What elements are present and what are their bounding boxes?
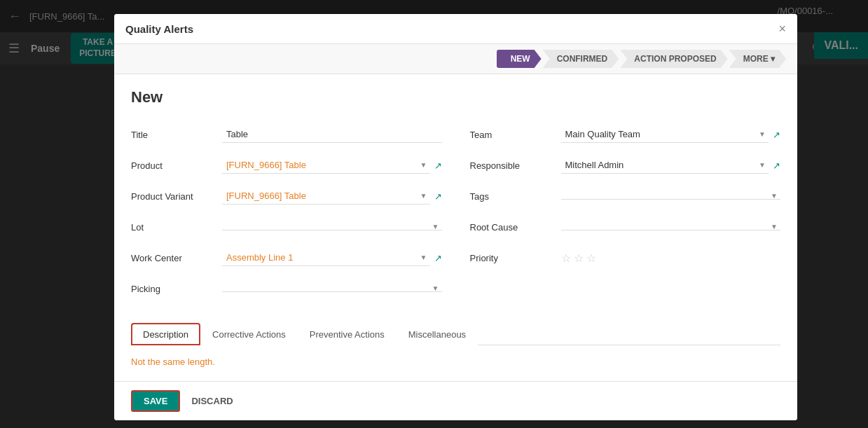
picking-dropdown-arrow: ▼ [432, 284, 439, 292]
label-root-cause: Root Cause [470, 222, 561, 233]
picking-value [222, 286, 240, 291]
title-input[interactable]: Table [222, 126, 442, 143]
status-step-more[interactable]: MORE ▾ [729, 50, 786, 68]
star-2[interactable]: ☆ [574, 251, 584, 265]
value-product: [FURN_9666] Table ▼ ↗ [222, 157, 442, 174]
work-center-select-wrapper: Assembly Line 1 ▼ [222, 249, 430, 266]
team-select-wrapper: Main Quality Team ▼ [561, 126, 769, 143]
close-button[interactable]: × [778, 22, 786, 35]
tab-description[interactable]: Description [131, 323, 200, 345]
form-row-lot: Lot ▼ [131, 216, 442, 238]
label-team: Team [470, 130, 561, 140]
status-step-confirmed[interactable]: CONFIRMED [543, 50, 619, 68]
label-tags: Tags [470, 191, 561, 202]
label-title: Title [131, 130, 222, 140]
form-row-tags: Tags ▼ [470, 185, 781, 207]
tabs: Description Corrective Actions Preventiv… [131, 322, 780, 345]
team-value: Main Quality Team [561, 126, 654, 142]
value-work-center: Assembly Line 1 ▼ ↗ [222, 249, 442, 266]
responsible-select-wrapper: Mitchell Admin ▼ [561, 157, 769, 174]
label-work-center: Work Center [131, 253, 222, 263]
product-variant-dropdown-arrow: ▼ [420, 192, 427, 200]
value-title: Table [222, 126, 442, 143]
status-bar: NEW CONFIRMED ACTION PROPOSED MORE ▾ [114, 44, 797, 74]
value-team: Main Quality Team ▼ ↗ [561, 126, 781, 143]
work-center-dropdown-arrow: ▼ [420, 254, 427, 261]
tags-dropdown-arrow: ▼ [771, 192, 778, 200]
lot-select-wrapper[interactable]: ▼ [222, 224, 442, 230]
label-lot: Lot [131, 222, 222, 233]
value-tags: ▼ [561, 193, 781, 200]
discard-button[interactable]: DISCARD [191, 396, 233, 406]
product-dropdown-arrow: ▼ [420, 161, 427, 169]
root-cause-value [561, 224, 579, 230]
team-external-link[interactable]: ↗ [773, 130, 780, 140]
product-variant-value: [FURN_9666] Table [222, 188, 320, 204]
star-1[interactable]: ☆ [561, 251, 571, 265]
root-cause-dropdown-arrow: ▼ [771, 223, 778, 230]
modal-footer: SAVE DISCARD [114, 381, 797, 420]
lot-dropdown-arrow: ▼ [432, 223, 439, 230]
tab-preventive-actions[interactable]: Preventive Actions [298, 323, 397, 345]
product-variant-select-wrapper: [FURN_9666] Table ▼ [222, 188, 430, 205]
value-product-variant: [FURN_9666] Table ▼ ↗ [222, 188, 442, 205]
form-row-product-variant: Product Variant [FURN_9666] Table ▼ ↗ [131, 185, 442, 207]
modal-title: Quality Alerts [125, 23, 193, 35]
product-variant-external-link[interactable]: ↗ [434, 191, 442, 202]
work-center-value: Assembly Line 1 [222, 249, 307, 265]
form-row-root-cause: Root Cause ▼ [470, 216, 781, 238]
product-select-wrapper: [FURN_9666] Table ▼ [222, 157, 430, 174]
label-picking: Picking [131, 284, 222, 294]
value-priority: ☆ ☆ ☆ [561, 251, 781, 265]
value-responsible: Mitchell Admin ▼ ↗ [561, 157, 781, 174]
section-title: New [131, 88, 780, 106]
form-row-work-center: Work Center Assembly Line 1 ▼ ↗ [131, 247, 442, 269]
quality-alerts-modal: Quality Alerts × NEW CONFIRMED ACTION PR… [114, 14, 797, 420]
product-external-link[interactable]: ↗ [434, 160, 442, 171]
priority-stars: ☆ ☆ ☆ [561, 251, 596, 265]
save-button[interactable]: SAVE [131, 390, 180, 412]
label-product: Product [131, 160, 222, 171]
lot-value [222, 224, 240, 230]
label-product-variant: Product Variant [131, 191, 222, 202]
form-row-team: Team Main Quality Team ▼ ↗ [470, 123, 781, 146]
form-row-priority: Priority ☆ ☆ ☆ [470, 247, 781, 269]
picking-select-wrapper[interactable]: ▼ [222, 286, 442, 292]
form-row-responsible: Responsible Mitchell Admin ▼ ↗ [470, 154, 781, 177]
form-row-picking: Picking ▼ [131, 277, 442, 300]
form-right-column: Team Main Quality Team ▼ ↗ Responsible [470, 123, 781, 308]
responsible-value: Mitchell Admin [561, 157, 638, 173]
tab-content-description: Not the same length. [131, 345, 780, 381]
form-grid: Title Table Product [FURN_9666] Table ▼ … [131, 123, 780, 308]
team-dropdown-arrow: ▼ [759, 130, 766, 138]
star-3[interactable]: ☆ [586, 251, 596, 265]
value-picking: ▼ [222, 286, 442, 292]
root-cause-select-wrapper[interactable]: ▼ [561, 224, 781, 230]
modal-body: New Title Table Product [FURN_9666] Ta [114, 74, 797, 381]
tab-corrective-actions[interactable]: Corrective Actions [200, 323, 298, 345]
work-center-external-link[interactable]: ↗ [434, 253, 442, 263]
responsible-external-link[interactable]: ↗ [773, 160, 780, 171]
responsible-dropdown-arrow: ▼ [759, 161, 766, 169]
status-step-new[interactable]: NEW [497, 50, 542, 68]
label-responsible: Responsible [470, 160, 561, 171]
tags-value [561, 193, 579, 199]
form-left-column: Title Table Product [FURN_9666] Table ▼ … [131, 123, 442, 308]
value-lot: ▼ [222, 224, 442, 230]
description-text: Not the same length. [131, 357, 215, 367]
status-step-action-proposed[interactable]: ACTION PROPOSED [620, 50, 727, 68]
form-row-product: Product [FURN_9666] Table ▼ ↗ [131, 154, 442, 177]
value-root-cause: ▼ [561, 224, 781, 230]
label-priority: Priority [470, 253, 561, 263]
tab-miscellaneous[interactable]: Miscellaneous [397, 323, 478, 345]
form-row-title: Title Table [131, 123, 442, 146]
modal-header: Quality Alerts × [114, 14, 797, 44]
product-value: [FURN_9666] Table [222, 157, 320, 173]
tags-select-wrapper[interactable]: ▼ [561, 193, 781, 200]
tabs-container: Description Corrective Actions Preventiv… [131, 322, 780, 345]
